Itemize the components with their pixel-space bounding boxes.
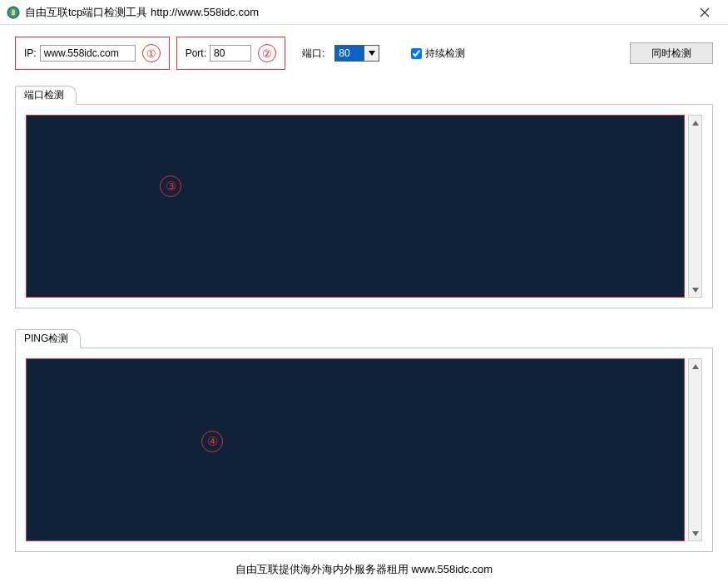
port-output: ③ bbox=[26, 115, 685, 298]
scroll-track[interactable] bbox=[689, 373, 701, 526]
dropdown-arrow-icon[interactable] bbox=[364, 46, 379, 61]
port-panel-body: ③ bbox=[15, 104, 713, 308]
port-group: Port: ② bbox=[176, 37, 285, 70]
port-input[interactable] bbox=[210, 45, 251, 62]
annotation-2: ② bbox=[258, 44, 276, 62]
scroll-track[interactable] bbox=[689, 130, 701, 283]
annotation-4: ④ bbox=[201, 431, 223, 452]
ping-tab[interactable]: PING检测 bbox=[15, 329, 81, 348]
annotation-3: ③ bbox=[160, 175, 181, 197]
close-button[interactable] bbox=[688, 1, 721, 24]
continuous-checkbox[interactable] bbox=[411, 48, 422, 59]
footer-text: 自由互联提供海外海内外服务器租用 www.558idc.com bbox=[0, 552, 728, 582]
scroll-up-icon[interactable] bbox=[689, 116, 701, 130]
ip-label: IP: bbox=[24, 47, 37, 59]
port-select-value: 80 bbox=[335, 46, 364, 61]
run-button[interactable]: 同时检测 bbox=[630, 42, 713, 64]
scroll-up-icon[interactable] bbox=[689, 359, 701, 373]
port-label: Port: bbox=[186, 47, 206, 59]
toolbar: IP: ① Port: ② 端口: 80 持续检测 同时检测 bbox=[0, 25, 728, 81]
scroll-down-icon[interactable] bbox=[689, 526, 701, 540]
port-tab[interactable]: 端口检测 bbox=[15, 86, 77, 105]
svg-point-2 bbox=[12, 9, 15, 16]
annotation-1: ① bbox=[142, 44, 161, 62]
continuous-label: 持续检测 bbox=[425, 47, 465, 61]
window-title: 自由互联tcp端口检测工具 http://www.558idc.com bbox=[25, 5, 688, 20]
port-scrollbar[interactable] bbox=[688, 115, 702, 298]
ping-output: ④ bbox=[26, 358, 685, 541]
scroll-down-icon[interactable] bbox=[689, 283, 701, 297]
port-select[interactable]: 80 bbox=[334, 45, 379, 62]
titlebar: 自由互联tcp端口检测工具 http://www.558idc.com bbox=[0, 0, 728, 25]
app-icon bbox=[7, 6, 20, 19]
port-label-2: 端口: bbox=[302, 47, 324, 61]
continuous-check[interactable]: 持续检测 bbox=[411, 47, 465, 61]
ip-group: IP: ① bbox=[15, 37, 170, 70]
ping-scrollbar[interactable] bbox=[688, 358, 702, 541]
ping-panel-body: ④ bbox=[15, 348, 713, 552]
ip-input[interactable] bbox=[40, 45, 136, 62]
ping-panel: PING检测 ④ bbox=[15, 328, 713, 552]
port-panel: 端口检测 ③ bbox=[15, 85, 713, 308]
